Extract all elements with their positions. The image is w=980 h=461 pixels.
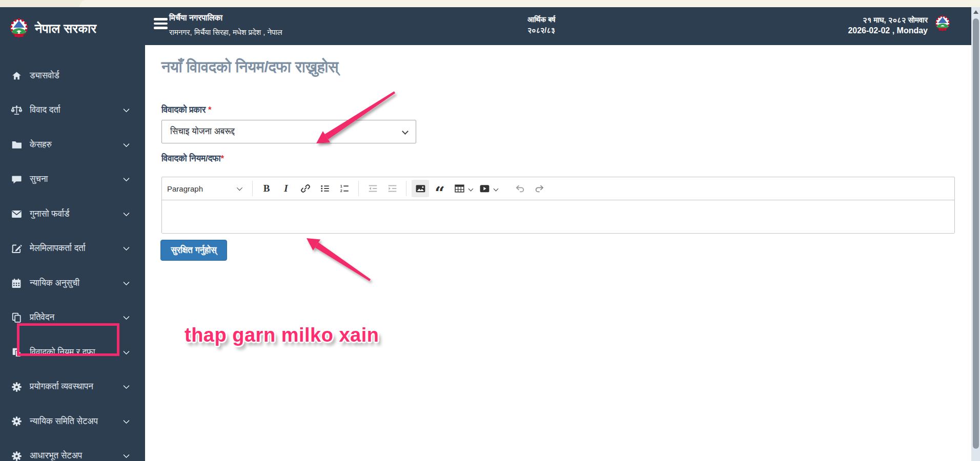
svg-text:2: 2 [340,188,342,193]
bold-button[interactable]: B [258,180,275,197]
top-header: मिर्चैया नगरपालिका रामनगर, मिर्चैया सिरह… [145,7,971,45]
dispute-rule-label: विवादको नियम/दफा* [161,154,224,164]
quote-icon: “ [435,182,445,195]
dispute-type-label: विवादको प्रकार * [161,105,212,115]
save-button[interactable]: सुरक्षित गर्नुहोस् [160,240,227,261]
sidebar-item-dispute-registration[interactable]: विवाद दर्ता [0,93,145,128]
media-icon [479,183,490,194]
table-dropdown-chevron-icon[interactable] [468,186,474,191]
annotation-highlight-box [17,323,119,356]
italic-icon: I [284,183,288,194]
italic-button[interactable]: I [277,180,295,197]
calendar-icon [10,278,23,289]
chevron-down-icon [123,210,130,217]
sidebar-item-judicial-committee-setup[interactable]: न्यायिक समिति सेटअप [0,404,145,439]
municipality-address: रामनगर, मिर्चैया सिरहा, मधेश प्रदेश , ने… [169,28,282,37]
required-asterisk: * [208,105,212,115]
insert-image-button[interactable] [412,180,429,197]
chevron-down-icon [123,417,130,424]
block-quote-button[interactable]: “ [431,180,448,197]
sidebar-item-label: विवाद दर्ता [30,105,60,115]
sidebar-item-label: सुचना [30,174,48,184]
media-dropdown-chevron-icon[interactable] [494,186,499,191]
dispute-type-selected-value: सिचाइ योजना अबरूद्द [170,127,235,137]
envelope-icon [10,208,23,220]
sidebar-item-label: ड्यासवोर्ड [30,71,59,81]
sidebar-item-label: प्रयोगकर्ता व्यवस्थापन [30,382,93,392]
undo-button[interactable] [511,180,528,197]
insert-media-button[interactable] [476,180,493,197]
indent-icon [387,183,398,194]
paragraph-dropdown[interactable]: Paragraph [167,184,248,193]
sidebar-item-complaint-forward[interactable]: गुनासो फर्वार्ड [0,197,145,232]
image-icon [415,183,426,194]
brand: नेपाल सरकार [0,7,145,48]
numbered-list-button[interactable]: 12 [336,180,353,197]
chevron-down-icon [123,452,130,458]
vertical-scrollbar[interactable] [971,7,980,461]
date-nepali: २१ माघ, २०८२ सोमवार [848,14,928,25]
gear-icon [10,381,23,392]
undo-icon [515,183,525,194]
chevron-down-icon [123,141,130,148]
scales-icon [10,104,23,116]
sidebar-item-label: केसहरु [30,140,52,150]
sidebar-item-dashboard[interactable]: ड्यासवोर्ड [0,58,145,93]
link-button[interactable] [297,180,314,197]
sidebar-item-mediator-registration[interactable]: मेलमिलापकर्ता दर्ता [0,232,145,266]
gear-icon [10,416,23,427]
outdent-button[interactable] [364,180,381,197]
scrollbar-thumb[interactable] [973,18,979,449]
main-content: नयाँ विावदको नियम/दफा राख्नुहोस् विवादको… [145,45,971,461]
copy-icon [10,312,23,323]
editor-content-area[interactable] [162,200,954,233]
sidebar-item-label: आधारभूत सेटअप [30,451,82,461]
paragraph-dropdown-label: Paragraph [167,184,203,193]
sidebar-item-user-management[interactable]: प्रयोगकर्ता व्यवस्थापन [0,370,145,405]
chevron-down-icon [402,128,409,135]
chevron-down-icon [123,244,130,251]
annotation-note-text: thap garn milko xain [185,324,379,346]
chevron-down-icon [237,185,242,191]
scrollbar-up-button[interactable] [971,7,980,16]
insert-table-button[interactable] [451,180,468,197]
toolbar-separator [406,181,406,196]
numbered-list-icon: 12 [339,183,350,194]
redo-icon [534,183,545,194]
arrow-up-icon [973,10,978,14]
required-asterisk: * [221,154,224,163]
redo-button[interactable] [530,180,548,197]
chevron-down-icon [123,279,130,286]
folder-icon [10,139,23,151]
sidebar: नेपाल सरकार ड्यासवोर्ड व [0,7,145,461]
toolbar-separator [358,181,359,196]
dispute-type-select[interactable]: सिचाइ योजना अबरूद्द [161,120,416,143]
sidebar-item-label: गुनासो फर्वार्ड [30,209,69,219]
comment-icon [10,174,23,185]
sidebar-item-label: मेलमिलापकर्ता दर्ता [30,243,86,254]
pen-square-icon [10,243,23,254]
bulleted-list-icon [320,183,330,194]
municipality-block: मिर्चैया नगरपालिका रामनगर, मिर्चैया सिरह… [169,13,282,37]
browser-top-strip [0,0,980,7]
table-icon [454,183,465,194]
page-title: नयाँ विावदको नियम/दफा राख्नुहोस् [161,58,338,76]
home-icon [10,70,23,81]
fiscal-year-block: आर्थिक बर्ष २०८२/८३ [527,14,555,36]
header-date-block: २१ माघ, २०८२ सोमवार 2026-02-02 , Monday [848,14,928,36]
indent-button[interactable] [383,180,401,197]
link-icon [300,183,311,194]
sidebar-item-basic-setup[interactable]: आधारभूत सेटअप [0,439,145,461]
nepal-emblem-icon [9,16,29,41]
chevron-down-icon [123,313,130,320]
fiscal-year-label: आर्थिक बर्ष [527,14,555,25]
bulleted-list-button[interactable] [316,180,334,197]
editor-toolbar: Paragraph B I [162,177,954,200]
hamburger-menu-icon[interactable] [154,18,168,29]
sidebar-item-judicial-schedule[interactable]: न्यायिक अनुसुची [0,266,145,301]
sidebar-item-cases[interactable]: केसहरु [0,128,145,162]
sidebar-item-notice[interactable]: सुचना [0,162,145,197]
bold-icon: B [263,183,270,194]
municipality-name: मिर्चैया नगरपालिका [169,13,282,23]
date-english: 2026-02-02 , Monday [848,25,928,36]
